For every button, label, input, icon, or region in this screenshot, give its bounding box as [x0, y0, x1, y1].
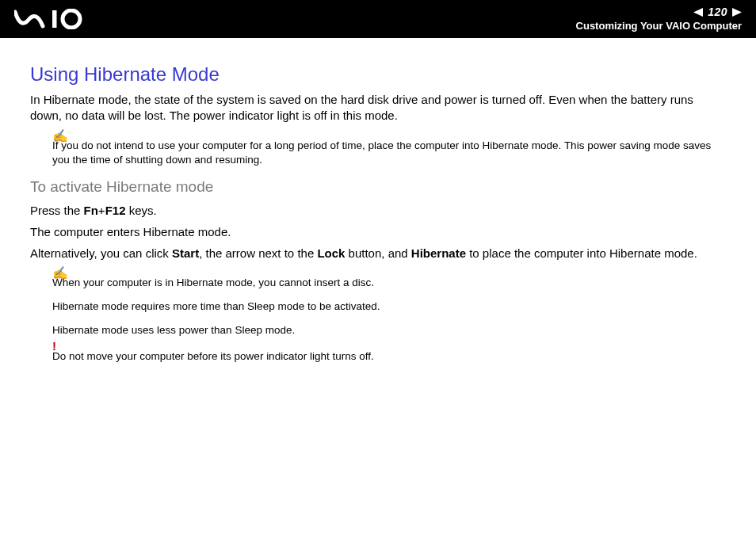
- text: to place the computer into Hibernate mod…: [466, 246, 697, 260]
- svg-rect-0: [52, 10, 57, 28]
- note-text-2a: When your computer is in Hibernate mode,…: [52, 276, 726, 290]
- bold-lock: Lock: [317, 246, 345, 260]
- page-title: Using Hibernate Mode: [30, 63, 726, 86]
- key-f12: F12: [105, 204, 126, 217]
- note-text-1: If you do not intend to use your compute…: [52, 139, 711, 166]
- page-number: 120: [708, 6, 727, 19]
- header-right: 120 Customizing Your VAIO Computer: [576, 6, 742, 32]
- intro-paragraph: In Hibernate mode, the state of the syst…: [30, 92, 726, 124]
- svg-marker-3: [732, 8, 742, 17]
- text: +: [98, 204, 105, 217]
- text: Press the: [30, 204, 84, 217]
- text: keys.: [125, 204, 156, 217]
- note-block-1: ✍ If you do not intend to use your compu…: [52, 139, 726, 167]
- key-fn: Fn: [84, 204, 98, 217]
- note-icon: ✍: [52, 128, 68, 145]
- text: button, and: [345, 246, 410, 260]
- page-content: Using Hibernate Mode In Hibernate mode, …: [0, 38, 756, 364]
- page-nav: 120: [576, 6, 742, 19]
- vaio-logo: [14, 9, 109, 29]
- note-block-2: ✍ When your computer is in Hibernate mod…: [52, 276, 726, 338]
- note-text-2b: Hibernate mode requires more time than S…: [52, 299, 726, 314]
- press-keys-line: Press the Fn+F12 keys.: [30, 202, 726, 219]
- bold-start: Start: [172, 246, 199, 260]
- svg-marker-2: [693, 8, 703, 17]
- note-text-2c: Hibernate mode uses less power than Slee…: [52, 323, 726, 338]
- alternative-line: Alternatively, you can click Start, the …: [30, 245, 726, 261]
- header-bar: 120 Customizing Your VAIO Computer: [0, 0, 756, 38]
- warning-text: Do not move your computer before its pow…: [52, 350, 374, 362]
- warning-block: ! Do not move your computer before its p…: [52, 349, 726, 364]
- bold-hibernate: Hibernate: [411, 246, 466, 260]
- warning-icon: !: [52, 338, 56, 354]
- text: , the arrow next to the: [199, 246, 317, 260]
- svg-point-1: [63, 10, 80, 28]
- note-icon: ✍: [52, 265, 68, 282]
- enter-mode-line: The computer enters Hibernate mode.: [30, 223, 726, 240]
- next-page-arrow-icon[interactable]: [732, 8, 742, 17]
- text: Alternatively, you can click: [30, 246, 172, 260]
- subheading: To activate Hibernate mode: [30, 178, 726, 196]
- prev-page-arrow-icon[interactable]: [693, 8, 703, 17]
- breadcrumb: Customizing Your VAIO Computer: [576, 20, 742, 32]
